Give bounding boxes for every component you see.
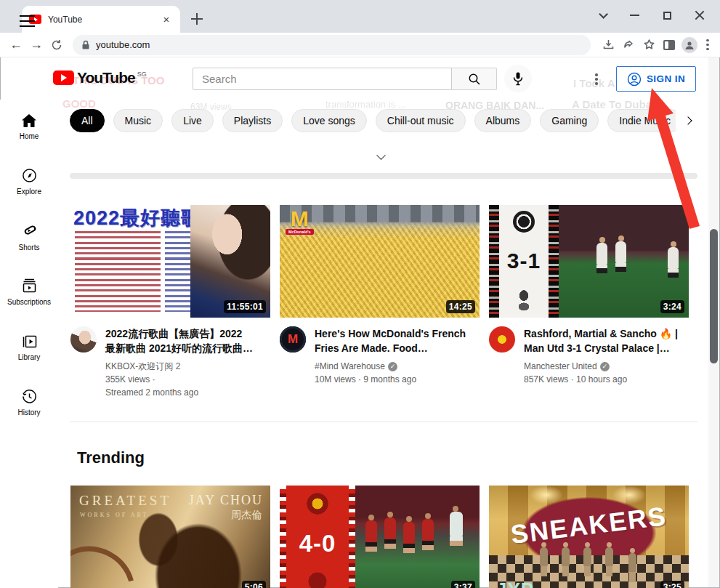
scrollbar-track[interactable] (708, 57, 719, 587)
verified-badge-icon: ✓ (388, 362, 397, 371)
channel-avatar[interactable] (489, 326, 515, 353)
back-button[interactable]: ← (6, 35, 26, 55)
url-text: youtube.com (96, 39, 150, 50)
liverpool-crest-icon (307, 571, 328, 588)
library-icon (21, 334, 37, 349)
thumbnail-tracklist (75, 231, 161, 312)
video-views: 857K views · 10 hours ago (524, 373, 678, 386)
voice-search-button[interactable] (504, 65, 532, 92)
chips-scroll-right-icon[interactable] (680, 113, 696, 129)
window-close-button[interactable] (689, 6, 711, 25)
bookmark-star-icon[interactable] (639, 36, 659, 55)
video-card[interactable]: 2022最好聽歌曲 11:55:01 2022流行歌曲【無廣告】2022 最新歌… (70, 205, 270, 399)
video-card[interactable]: 4-0 3:37 (280, 486, 480, 588)
search-button[interactable] (452, 68, 497, 90)
duration-badge: 14:25 (446, 300, 475, 313)
thumbnail-score-panel: 4-0 (280, 486, 355, 588)
video-title[interactable]: Rashford, Martial & Sancho 🔥 | Man Utd 3… (524, 326, 678, 355)
window-minimize-button[interactable] (623, 6, 645, 25)
download-icon[interactable] (598, 36, 618, 55)
youtube-header: YouTube SG SIGN IN (0, 57, 708, 100)
search-input[interactable] (193, 73, 451, 85)
channel-name[interactable]: KKBOX-欢迎订阅 2 (105, 360, 253, 373)
search-box (193, 68, 452, 90)
sidebar-label: Library (18, 353, 41, 361)
guide-menu-icon[interactable] (20, 15, 35, 27)
video-title[interactable]: 2022流行歌曲【無廣告】2022 最新歌曲 2021好听的流行歌曲… (105, 326, 253, 355)
sidebar-label: Home (20, 132, 39, 140)
chip-chill-out-music[interactable]: Chill-out music (376, 109, 466, 132)
video-thumbnail[interactable]: AL GOAL GO 3-1 3:24 (489, 205, 689, 318)
video-thumbnail[interactable]: GREATEST WORKS OF ART JAY CHOU 周杰倫 5:06 (70, 486, 270, 588)
youtube-region-label: SG (137, 71, 147, 78)
sign-in-button[interactable]: SIGN IN (616, 66, 696, 92)
sidebar-item-library[interactable]: Library (0, 321, 58, 374)
video-card[interactable]: AL GOAL GO 3-1 3:24 Rashford, Martia (489, 205, 689, 399)
thumbnail-text: GREATEST (79, 493, 171, 509)
youtube-play-icon (53, 71, 74, 85)
channel-name[interactable]: #Mind Warehouse ✓ (315, 360, 466, 373)
tab-title: YouTube (48, 15, 160, 25)
channel-name[interactable]: Manchester United ✓ (524, 360, 678, 373)
channel-avatar[interactable] (70, 326, 97, 353)
video-thumbnail[interactable]: 4-0 3:37 (280, 486, 480, 588)
mini-guide-sidebar: Home Explore Shorts Subscriptions Librar… (0, 100, 58, 588)
video-card[interactable]: M McDonald's 14:25 M Here's How McDonald… (280, 205, 480, 399)
sidebar-item-subscriptions[interactable]: Subscriptions (0, 265, 58, 319)
duration-badge: 11:55:01 (224, 300, 266, 313)
history-icon (22, 389, 37, 404)
chip-gaming[interactable]: Gaming (540, 109, 599, 132)
chip-live[interactable]: Live (171, 109, 214, 132)
chip-albums[interactable]: Albums (474, 109, 532, 132)
chip-love-songs[interactable]: Love songs (291, 109, 367, 132)
settings-kebab-icon[interactable] (590, 72, 603, 86)
thumbnail-art (355, 486, 480, 588)
scrollbar-thumb[interactable] (710, 229, 718, 363)
sidebar-label: Subscriptions (7, 298, 51, 306)
search-icon (468, 73, 481, 86)
duration-badge: 3:24 (660, 300, 684, 313)
video-thumbnail[interactable]: M McDonald's 14:25 (280, 205, 480, 318)
sidebar-item-history[interactable]: History (0, 376, 58, 430)
chip-indie-music[interactable]: Indie Music (607, 109, 676, 132)
video-card[interactable]: GREATEST WORKS OF ART JAY CHOU 周杰倫 5:06 (70, 486, 270, 588)
thumbnail-art (549, 205, 559, 318)
video-meta: Rashford, Martial & Sancho 🔥 | Man Utd 3… (489, 326, 689, 386)
share-icon[interactable] (618, 36, 639, 55)
sidebar-item-home[interactable]: Home (0, 100, 58, 153)
video-thumbnail[interactable]: SNEAKERS JYP OFFICIAL 3:25 (489, 486, 689, 588)
youtube-logo[interactable]: YouTube SG (53, 69, 147, 86)
collapse-chevron-icon[interactable] (373, 152, 388, 162)
browser-menu-icon[interactable] (700, 36, 720, 55)
side-panel-icon[interactable] (659, 36, 679, 55)
man-utd-crest-icon (305, 491, 330, 516)
video-thumbnail[interactable]: 2022最好聽歌曲 11:55:01 (70, 205, 270, 318)
profile-avatar-icon[interactable] (679, 36, 700, 55)
sidebar-item-explore[interactable]: Explore (0, 155, 58, 209)
score-text: 3-1 (507, 249, 541, 273)
video-grid-row-2: GREATEST WORKS OF ART JAY CHOU 周杰倫 5:06 … (70, 486, 689, 588)
video-card[interactable]: SNEAKERS JYP OFFICIAL 3:25 (489, 486, 689, 588)
home-icon (21, 113, 37, 128)
chip-playlists[interactable]: Playlists (222, 109, 283, 132)
microphone-icon (512, 71, 524, 86)
window-maximize-button[interactable] (656, 6, 678, 25)
browser-tab-youtube[interactable]: YouTube × (22, 6, 180, 33)
tab-search-chevron-icon[interactable] (591, 6, 612, 25)
new-tab-button[interactable] (190, 12, 203, 25)
video-age: Streamed 2 months ago (105, 386, 253, 399)
chip-all[interactable]: All (70, 109, 105, 132)
reload-button[interactable] (46, 35, 67, 55)
tab-close-icon[interactable]: × (160, 13, 173, 26)
thumbnail-art (530, 486, 563, 504)
chip-music[interactable]: Music (113, 109, 163, 132)
video-title[interactable]: Here's How McDonald's French Fries Are M… (315, 326, 466, 355)
thumbnail-text: 周杰倫 (231, 509, 262, 522)
channel-avatar[interactable]: M (280, 326, 306, 353)
forward-button[interactable]: → (26, 35, 46, 55)
trending-heading: Trending (77, 448, 145, 467)
address-bar[interactable]: youtube.com (73, 35, 591, 55)
man-utd-crest-icon (513, 211, 535, 233)
tab-strip: YouTube × (0, 0, 720, 33)
sidebar-item-shorts[interactable]: Shorts (0, 210, 58, 264)
